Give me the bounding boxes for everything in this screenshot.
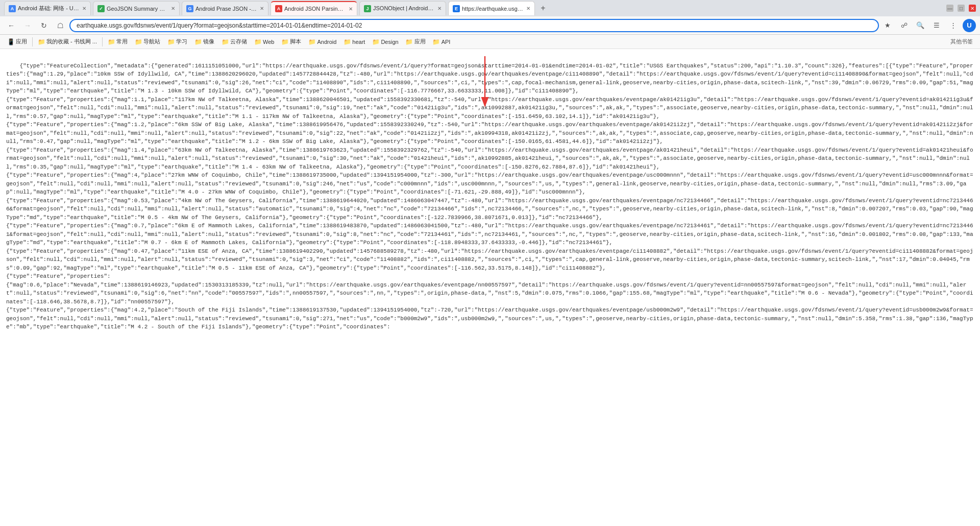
folder-icon-3: 📁 [108, 38, 115, 45]
folder-icon-8: 📁 [254, 38, 261, 45]
folder-icon-5: 📁 [167, 38, 175, 45]
tab-android-basics[interactable]: A Android 基础: 网络 - Uda... ✕ [4, 1, 91, 15]
reload-button[interactable]: ↻ [37, 18, 51, 33]
profile-avatar[interactable]: U [963, 19, 976, 32]
bookmark-heart-label: heart [352, 39, 365, 45]
folder-icon: 📱 [7, 38, 14, 45]
window-controls: — □ ✕ [946, 5, 976, 12]
bookmark-cloud-label: 云存储 [230, 38, 247, 45]
bookmark-separator-2 [102, 37, 103, 46]
zoom-button[interactable]: 🔍 [914, 19, 927, 32]
bookmark-apps-label: 应用 [16, 38, 27, 45]
folder-icon-6: 📁 [194, 38, 202, 45]
bookmark-study-label: 学习 [176, 38, 187, 45]
bookmark-api-label: API [442, 39, 451, 45]
bookmark-apps2-label: 应用 [414, 38, 426, 45]
tab3-favicon: G [186, 5, 193, 12]
bookmark-favorites-label: 我的收藏 - 书线网 ... [46, 38, 97, 45]
navigation-bar: ← → ↻ ☖ ★ ☍ 🔍 ☰ ⋮ U [0, 16, 980, 35]
tab2-close[interactable]: ✕ [171, 6, 175, 11]
tab4-label: Android JSON Parsing wit... [284, 6, 346, 12]
bookmark-apps[interactable]: 📱 应用 [4, 37, 30, 46]
folder-icon-9: 📁 [281, 38, 288, 45]
bookmark-apps2[interactable]: 📁 应用 [403, 37, 429, 46]
folder-icon-10: 📁 [308, 38, 315, 45]
translate-button[interactable]: ☍ [897, 19, 911, 32]
forward-button[interactable]: → [20, 18, 35, 33]
folder-icon-11: 📁 [344, 38, 351, 45]
tab6-close[interactable]: ✕ [526, 6, 530, 11]
folder-icon-7: 📁 [222, 38, 229, 45]
tab5-close[interactable]: ✕ [437, 6, 442, 11]
content-area[interactable]: {"type":"FeatureCollection","metadata":{… [0, 49, 980, 526]
tab-android-prase[interactable]: G Android Prase JSON - Goo... ✕ [182, 1, 268, 15]
bookmark-nav[interactable]: 📁 导航站 [132, 37, 163, 46]
bookmark-mirror-label: 镜像 [203, 38, 214, 45]
tab5-label: JSONObject | Android 开... [373, 5, 434, 12]
nav-icons: ★ ☍ 🔍 ☰ ⋮ U [881, 19, 976, 32]
bookmark-common[interactable]: 📁 常用 [105, 37, 131, 46]
tab4-favicon: A [275, 5, 282, 12]
maximize-button[interactable]: □ [958, 5, 965, 12]
tab5-favicon: J [364, 5, 371, 12]
bookmark-cloud[interactable]: 📁 云存储 [218, 37, 250, 46]
home-button[interactable]: ☖ [53, 18, 67, 33]
bookmarks-more-button[interactable]: 其他书签 [947, 37, 976, 46]
close-button[interactable]: ✕ [969, 5, 976, 12]
tab4-close[interactable]: ✕ [349, 6, 353, 12]
tab3-label: Android Prase JSON - Goo... [195, 6, 257, 12]
json-content: {"type":"FeatureCollection","metadata":{… [6, 63, 973, 330]
bookmark-star-button[interactable]: ★ [881, 19, 894, 32]
folder-icon-2: 📁 [38, 38, 45, 45]
folder-icon-14: 📁 [433, 38, 440, 45]
bookmark-mirror[interactable]: 📁 镜像 [191, 37, 217, 46]
back-button[interactable]: ← [4, 18, 18, 33]
bookmark-separator-1 [32, 37, 33, 46]
tab6-label: https://earthquake.usgs.g... [462, 6, 523, 12]
minimize-button[interactable]: — [946, 5, 953, 12]
tab1-label: Android 基础: 网络 - Uda... [18, 5, 79, 12]
bookmark-web[interactable]: 📁 Web [251, 37, 277, 46]
bookmark-api[interactable]: 📁 API [430, 37, 454, 46]
tab-jsonobject[interactable]: J JSONObject | Android 开... ✕ [359, 1, 446, 15]
bookmark-design[interactable]: 📁 Design [369, 37, 401, 46]
bookmark-scripts[interactable]: 📁 脚本 [278, 37, 304, 46]
folder-icon-12: 📁 [372, 38, 379, 45]
bookmark-android[interactable]: 📁 Android [305, 37, 339, 46]
tab-geojson[interactable]: ✓ GeoJSON Summary Form... ✕ [93, 1, 180, 15]
title-bar: A Android 基础: 网络 - Uda... ✕ ✓ GeoJSON Su… [0, 0, 980, 16]
bookmark-heart[interactable]: 📁 heart [340, 37, 368, 46]
folder-icon-13: 📁 [406, 38, 413, 45]
folder-icon-4: 📁 [135, 38, 142, 45]
tab1-close[interactable]: ✕ [82, 6, 86, 11]
bookmark-design-label: Design [381, 39, 398, 45]
new-tab-button[interactable]: + [537, 2, 549, 14]
tab-android-json[interactable]: A Android JSON Parsing wit... ✕ [271, 1, 357, 15]
tab2-favicon: ✓ [97, 5, 105, 12]
settings-button[interactable]: ☰ [930, 19, 943, 32]
tab3-close[interactable]: ✕ [260, 6, 264, 11]
bookmark-scripts-label: 脚本 [290, 38, 301, 45]
tab1-favicon: A [9, 5, 16, 12]
bookmark-android-label: Android [317, 39, 336, 45]
bookmark-web-label: Web [263, 39, 274, 45]
bookmark-nav-label: 导航站 [143, 38, 160, 45]
menu-dots-button[interactable]: ⋮ [946, 19, 960, 32]
bookmarks-bar: 📱 应用 📁 我的收藏 - 书线网 ... 📁 常用 📁 导航站 📁 学习 📁 … [0, 35, 980, 49]
tab-earthquake[interactable]: E https://earthquake.usgs.g... ✕ [448, 1, 535, 15]
tab2-label: GeoJSON Summary Form... [107, 6, 168, 12]
bookmark-favorites[interactable]: 📁 我的收藏 - 书线网 ... [35, 37, 100, 46]
address-bar[interactable] [69, 19, 879, 32]
bookmark-common-label: 常用 [116, 38, 128, 45]
tab6-favicon: E [453, 5, 460, 12]
bookmark-study[interactable]: 📁 学习 [164, 37, 190, 46]
